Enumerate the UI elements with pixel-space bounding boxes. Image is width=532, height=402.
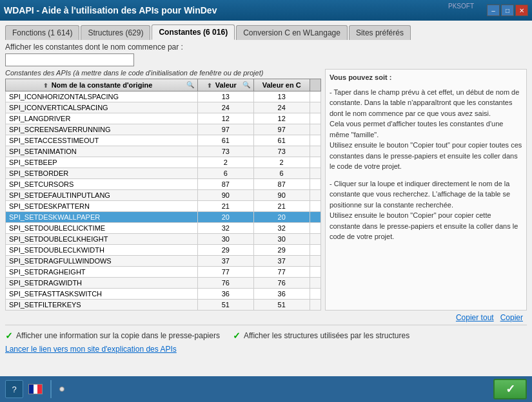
table-row[interactable]: SPI_SETBORDER66 xyxy=(6,168,321,179)
help-button[interactable]: ? xyxy=(5,380,23,398)
help-text2: - Cliquer sur la loupe et indiquer direc… xyxy=(330,178,522,242)
cell-name: SPI_LANGDRIVER xyxy=(6,113,198,124)
cell-valuec: 61 xyxy=(253,135,310,146)
cell-valuec: 24 xyxy=(253,102,310,113)
tab-fonctions[interactable]: Fonctions (1 614) xyxy=(5,25,79,40)
copy-button[interactable]: Copier xyxy=(500,313,523,322)
cell-valuec: 76 xyxy=(253,278,310,289)
filter-input[interactable] xyxy=(5,53,134,66)
help-text1: - Taper dans le champ prévu à cet effet,… xyxy=(330,87,522,172)
cell-name: SPI_SETDRAGHEIGHT xyxy=(6,267,198,278)
cell-valuec: 87 xyxy=(253,179,310,190)
cell-name: SPI_SETCURSORS xyxy=(6,179,198,190)
maximize-button[interactable]: □ xyxy=(501,5,514,16)
cell-valuec: 12 xyxy=(253,113,310,124)
main-body: Constantes des APIs (à mettre dans le co… xyxy=(5,69,527,311)
footer-flags xyxy=(28,384,43,394)
minimize-button[interactable]: – xyxy=(487,5,500,16)
window-title: WDAPI - Aide à l'utilisation des APIs po… xyxy=(4,5,217,15)
cell-name: SPI_SETDOUBLECLKHEIGHT xyxy=(6,234,198,245)
search-icon-name[interactable]: 🔍 xyxy=(186,81,194,88)
tab-bar: Fonctions (1 614) Structures (629) Const… xyxy=(5,24,527,40)
flag-red xyxy=(37,385,42,394)
cell-value: 12 xyxy=(197,113,253,124)
check-label-2: Afficher les structures utilisées par le… xyxy=(244,331,409,340)
table-row[interactable]: SPI_SCREENSAVERRUNNING9797 xyxy=(6,124,321,135)
copy-area: Copier tout Copier xyxy=(5,313,527,322)
table-row[interactable]: SPI_SETFILTERKEYS5151 xyxy=(6,300,321,311)
table-section-title: Constantes des APIs (à mettre dans le co… xyxy=(5,69,321,77)
cell-value: 2 xyxy=(197,157,253,168)
cell-valuec: 20 xyxy=(253,212,310,223)
cell-scroll xyxy=(310,223,320,234)
cell-value: 37 xyxy=(197,256,253,267)
cell-valuec: 13 xyxy=(253,91,310,102)
cell-scroll xyxy=(310,168,320,179)
close-button[interactable]: ✕ xyxy=(515,5,528,16)
separator xyxy=(5,325,527,325)
flag-white xyxy=(34,385,38,394)
cell-scroll xyxy=(310,190,320,201)
table-row[interactable]: SPI_SETFASTTASKSWITCH3636 xyxy=(6,289,321,300)
cell-value: 73 xyxy=(197,146,253,157)
footer: ? ✓ xyxy=(0,376,532,402)
cell-name: SPI_SETACCESSTIMEOUT xyxy=(6,135,198,146)
cell-valuec: 36 xyxy=(253,289,310,300)
table-row[interactable]: SPI_ICONHORIZONTALSPACING1313 xyxy=(6,91,321,102)
table-row[interactable]: SPI_SETDOUBLECLKHEIGHT3030 xyxy=(6,234,321,245)
cell-scroll xyxy=(310,212,320,223)
cell-valuec: 6 xyxy=(253,168,310,179)
cell-value: 20 xyxy=(197,212,253,223)
filter-area: Afficher les constantes dont le nom comm… xyxy=(5,43,527,66)
cell-name: SPI_SETDESKPATTERN xyxy=(6,201,198,212)
site-link[interactable]: Lancer le lien vers mon site d'explicati… xyxy=(5,345,177,354)
table-row[interactable]: SPI_SETACCESSTIMEOUT6161 xyxy=(6,135,321,146)
table-row[interactable]: SPI_SETCURSORS8787 xyxy=(6,179,321,190)
tab-structures[interactable]: Structures (629) xyxy=(81,25,150,40)
cell-value: 30 xyxy=(197,234,253,245)
window-controls: – □ ✕ xyxy=(487,5,528,16)
separator-vert xyxy=(50,380,52,398)
main-content: Fonctions (1 614) Structures (629) Const… xyxy=(0,21,532,358)
table-section: Constantes des APIs (à mettre dans le co… xyxy=(5,69,321,311)
cell-scroll xyxy=(310,102,320,113)
cell-name: SPI_SETDEFAULTINPUTLANG xyxy=(6,190,198,201)
table-row[interactable]: SPI_SETDRAGFULLWINDOWS3737 xyxy=(6,256,321,267)
table-row[interactable]: SPI_SETDESKWALLPAPER2020 xyxy=(6,212,321,223)
table-row[interactable]: SPI_SETANIMATION7373 xyxy=(6,146,321,157)
table-wrapper: ⬆ Nom de la constante d'origine 🔍 ⬆ Vale… xyxy=(5,79,321,311)
cell-value: 32 xyxy=(197,223,253,234)
table-body: SPI_ICONHORIZONTALSPACING1313SPI_ICONVER… xyxy=(6,91,321,311)
search-icon-value[interactable]: 🔍 xyxy=(242,81,250,88)
copy-all-button[interactable]: Copier tout xyxy=(456,313,494,322)
cell-scroll xyxy=(310,300,320,311)
table-row[interactable]: SPI_SETDRAGWIDTH7676 xyxy=(6,278,321,289)
cell-scroll xyxy=(310,289,320,300)
cell-name: SPI_SCREENSAVERRUNNING xyxy=(6,124,198,135)
table-row[interactable]: SPI_ICONVERTICALSPACING2424 xyxy=(6,102,321,113)
filter-label: Afficher les constantes dont le nom comm… xyxy=(5,43,527,52)
table-row[interactable]: SPI_SETDOUBLECLKWIDTH2929 xyxy=(6,245,321,256)
table-row[interactable]: SPI_SETBEEP22 xyxy=(6,157,321,168)
cell-name: SPI_SETDRAGWIDTH xyxy=(6,278,198,289)
help-title: Vous pouvez soit : xyxy=(330,72,522,83)
tab-sites[interactable]: Sites préférés xyxy=(349,25,411,40)
table-row[interactable]: SPI_LANGDRIVER1212 xyxy=(6,113,321,124)
cell-valuec: 90 xyxy=(253,190,310,201)
check-mark-2: ✓ xyxy=(233,330,241,341)
table-row[interactable]: SPI_SETDESKPATTERN2121 xyxy=(6,201,321,212)
table-row[interactable]: SPI_SETDEFAULTINPUTLANG9090 xyxy=(6,190,321,201)
constants-table: ⬆ Nom de la constante d'origine 🔍 ⬆ Vale… xyxy=(5,79,321,311)
ok-button[interactable]: ✓ xyxy=(493,379,527,399)
help-panel: Vous pouvez soit : - Taper dans le champ… xyxy=(325,69,527,311)
cell-valuec: 73 xyxy=(253,146,310,157)
tab-conversion[interactable]: Conversion C en WLangage xyxy=(236,25,348,40)
check-item-1: ✓ Afficher une information sur la copie … xyxy=(5,330,220,341)
brand-label: PKSOFT xyxy=(448,3,474,10)
table-row[interactable]: SPI_SETDOUBLECLICKTIME3232 xyxy=(6,223,321,234)
col-valuec-label: Valeur en C xyxy=(262,81,301,89)
cell-scroll xyxy=(310,91,320,102)
cell-value: 51 xyxy=(197,300,253,311)
tab-constantes[interactable]: Constantes (6 016) xyxy=(152,24,235,40)
table-row[interactable]: SPI_SETDRAGHEIGHT7777 xyxy=(6,267,321,278)
